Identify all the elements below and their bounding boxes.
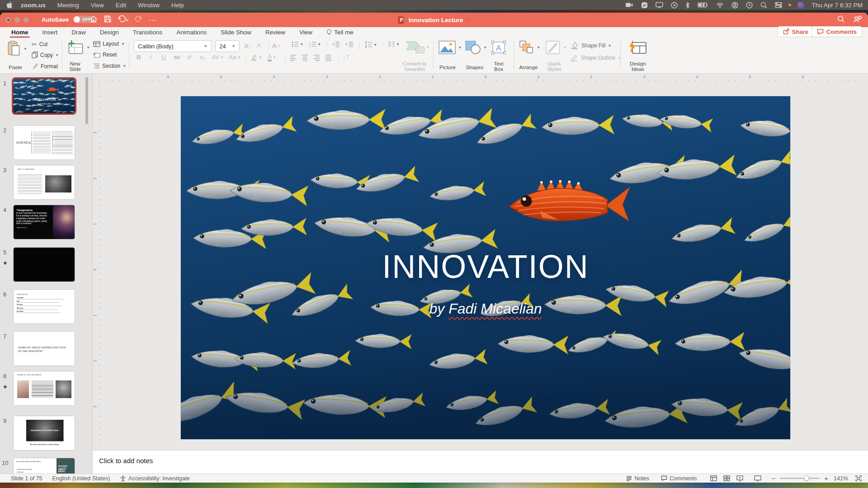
columns-button[interactable]: ▼	[388, 41, 400, 47]
zoom-slider-thumb[interactable]	[804, 475, 809, 481]
present-display-button[interactable]	[754, 475, 761, 481]
change-case-button[interactable]: Aa▼	[229, 54, 241, 61]
shape-outline-button[interactable]: Shape Outline▼	[571, 54, 621, 61]
new-slide-button[interactable]: ▼	[67, 40, 90, 55]
format-painter-button[interactable]: Format	[32, 63, 58, 70]
accessibility-status[interactable]: Accessibility: Investigate	[120, 475, 189, 482]
tab-design[interactable]: Design	[99, 28, 119, 37]
spotlight-search-icon[interactable]	[760, 2, 767, 9]
slide-title-text[interactable]: INNOVATION	[181, 248, 790, 285]
quick-styles-button[interactable]: ▼	[545, 40, 566, 55]
share-contact-icon[interactable]	[853, 15, 862, 25]
tab-view[interactable]: View	[299, 28, 313, 37]
numbering-button[interactable]: 123 ▼	[309, 41, 321, 47]
notes-toggle-button[interactable]: Notes	[626, 475, 649, 482]
menu-zoom-us[interactable]: zoom.us	[21, 2, 46, 9]
align-center-button[interactable]	[302, 55, 308, 61]
cut-button[interactable]: ✂Cut	[32, 41, 47, 48]
zoom-out-button[interactable]: −	[771, 474, 775, 482]
slide-byline-text[interactable]: by Fadi Micaelian	[181, 300, 790, 317]
slide-counter[interactable]: Slide 1 of 75	[11, 475, 42, 482]
highlight-color-button[interactable]: ▼	[250, 54, 262, 61]
text-box-button[interactable]: A	[491, 40, 506, 55]
thumbnail-slide-5[interactable]	[13, 247, 75, 282]
increase-font-size-button[interactable]: A^	[244, 42, 251, 50]
menu-edit[interactable]: Edit	[116, 2, 126, 9]
wifi-icon[interactable]	[716, 2, 724, 8]
control-center-icon[interactable]	[775, 2, 782, 8]
thumbnail-slide-2[interactable]: AGENDA	[13, 125, 75, 160]
display-icon[interactable]	[656, 2, 663, 8]
tab-transitions[interactable]: Transitions	[132, 28, 163, 37]
bluetooth-icon[interactable]	[685, 2, 690, 9]
font-name-select[interactable]: Calibri (Body)▼	[134, 40, 212, 52]
share-button[interactable]: Share	[778, 26, 814, 37]
tab-draw[interactable]: Draw	[71, 28, 86, 37]
superscript-button[interactable]: x²	[187, 54, 192, 61]
design-ideas-button[interactable]	[628, 40, 647, 56]
zoom-in-button[interactable]: +	[824, 474, 828, 482]
decrease-indent-button[interactable]	[332, 41, 340, 47]
fit-slide-button[interactable]	[855, 475, 862, 481]
bullets-button[interactable]: ▼	[292, 41, 303, 47]
align-left-button[interactable]	[290, 55, 296, 61]
normal-view-button[interactable]	[710, 475, 717, 481]
tab-slide-show[interactable]: Slide Show	[220, 28, 252, 37]
thumbnail-slide-10[interactable]: HOW INNOVATION HAPPENS – Outside the box…	[13, 458, 75, 474]
check-badge-icon[interactable]	[641, 2, 648, 9]
thumbnail-slide-7[interactable]: WHEN DO IDEAS HAPPEN AND HOW DO WE INNOV…	[13, 331, 75, 366]
menu-help[interactable]: Help	[171, 2, 184, 9]
line-spacing-button[interactable]: ▼	[364, 41, 377, 48]
clear-formatting-button[interactable]: A◇	[272, 42, 281, 49]
comments-toggle-button[interactable]: Comments	[661, 475, 697, 482]
character-spacing-button[interactable]: AV▼	[212, 54, 224, 61]
siri-icon[interactable]	[797, 2, 804, 9]
align-right-button[interactable]	[314, 55, 320, 61]
paste-chevron[interactable]: ▼	[24, 47, 27, 51]
font-size-select[interactable]: 24▼	[215, 40, 240, 52]
tab-home[interactable]: Home	[11, 28, 29, 37]
search-icon[interactable]	[837, 15, 845, 25]
italic-button[interactable]: I	[150, 54, 152, 61]
justify-button[interactable]	[326, 55, 331, 61]
time-machine-icon[interactable]	[746, 2, 753, 9]
thumbnail-scrollbar[interactable]	[85, 77, 88, 124]
convert-smartart-button[interactable]: ▼	[405, 40, 429, 54]
decrease-font-size-button[interactable]: Aˇ	[257, 42, 263, 49]
title-chevron-icon[interactable]: ▼	[466, 18, 470, 22]
bold-button[interactable]: B	[137, 54, 141, 61]
apple-menu-icon[interactable]	[6, 1, 13, 9]
underline-button[interactable]: U	[161, 54, 166, 61]
thumbnail-slide-4[interactable]: "Imagination is more important than know…	[13, 205, 75, 239]
tell-me-button[interactable]: Tell me	[326, 28, 354, 37]
font-color-button[interactable]: A ▼	[268, 53, 276, 61]
play-circle-icon[interactable]	[671, 2, 678, 9]
tab-animations[interactable]: Animations	[176, 28, 207, 37]
notes-pane[interactable]: Click to add notes	[93, 450, 868, 474]
shapes-button[interactable]: ▼	[465, 40, 487, 55]
video-camera-icon[interactable]	[625, 2, 633, 8]
thumbnail-slide-8[interactable]: WHEN DO WE INNOVATE?	[13, 371, 75, 406]
slide-canvas[interactable]: INNOVATION by Fadi Micaelian	[181, 96, 790, 439]
reset-button[interactable]: Reset	[93, 52, 117, 58]
thumbnail-slide-1[interactable]: INNOVATION by Fadi Micaelian	[12, 77, 76, 115]
thumbnail-slide-3[interactable]: WHY IT MATTERS	[13, 165, 75, 200]
language-status[interactable]: English (United States)	[52, 475, 110, 482]
shape-fill-button[interactable]: Shape Fill▼	[571, 42, 612, 49]
tab-insert[interactable]: Insert	[42, 28, 58, 37]
thumbnail-slide-9[interactable]: IMAGINATION IS EVERYTHING! We innovate w…	[13, 416, 75, 450]
layout-button[interactable]: Layout▼	[93, 41, 125, 47]
zoom-percentage[interactable]: 141%	[834, 475, 848, 482]
tab-review[interactable]: Review	[265, 28, 286, 37]
thumbnail-slide-6[interactable]: DEFINITIONS Innovation Idea Invention Di…	[13, 289, 75, 324]
paste-button[interactable]	[7, 40, 21, 56]
increase-indent-button[interactable]	[345, 41, 354, 47]
user-circle-icon[interactable]	[731, 2, 738, 9]
copy-button[interactable]: Copy▼	[32, 52, 59, 58]
text-direction-button[interactable]: ↓T	[343, 54, 349, 61]
zoom-slider[interactable]	[780, 478, 820, 479]
slide-sorter-view-button[interactable]	[723, 475, 730, 481]
menu-bar-clock[interactable]: Thu Apr 7 6:32 PM	[811, 2, 863, 9]
menu-view[interactable]: View	[91, 2, 104, 9]
slideshow-view-button[interactable]	[736, 475, 743, 481]
